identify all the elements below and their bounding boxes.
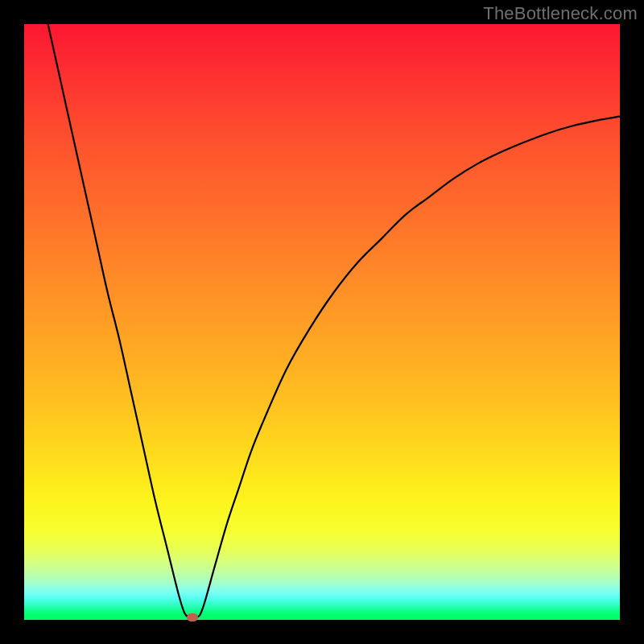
watermark-text: TheBottleneck.com xyxy=(483,3,638,24)
bottleneck-curve xyxy=(24,24,620,620)
minimum-marker xyxy=(187,613,198,621)
chart-frame: TheBottleneck.com xyxy=(0,0,644,644)
